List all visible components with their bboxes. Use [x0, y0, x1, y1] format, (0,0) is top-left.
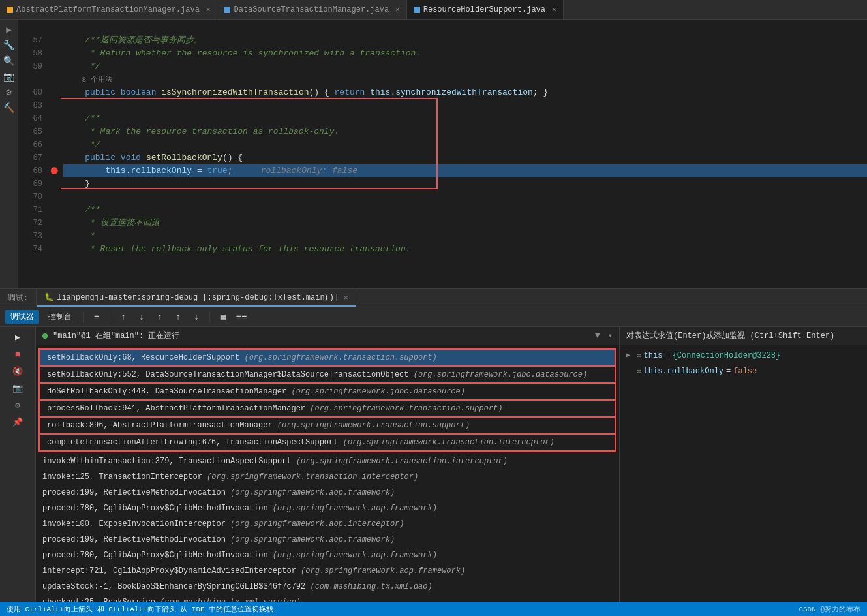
debugger-label: 调试器 — [10, 311, 34, 322]
tab-datasource[interactable]: DataSourceTransactionManager.java ✕ — [217, 0, 406, 19]
frame-item-12[interactable]: proceed:780, CglibAopProxy$CglibMethodIn… — [36, 547, 619, 563]
var-value-this: {ConnectionHolder@3228} — [673, 349, 781, 362]
code-line-64: /** — [63, 112, 867, 125]
frame-item-5[interactable]: completeTransactionAfterThrowing:676, Tr… — [40, 434, 615, 451]
tab-label-abstract: AbstractPlatformTransactionManager.java — [16, 5, 200, 14]
toolbar-sep2 — [110, 311, 110, 323]
watermark: CSDN @努力的布布 — [799, 604, 860, 614]
frame-item-15[interactable]: checkout:25, BookService (com.mashibing.… — [36, 594, 619, 602]
frame-item-2[interactable]: doSetRollbackOnly:448, DataSourceTransac… — [40, 383, 615, 400]
code-line-67: public void setRollbackOnly() { — [63, 151, 867, 164]
var-value-rollbackonly: false — [733, 365, 757, 378]
debugger-btn[interactable]: 调试器 — [5, 310, 39, 324]
code-line-70 — [63, 191, 867, 204]
tab-resource[interactable]: ResourceHolderSupport.java ✕ — [407, 0, 564, 19]
debug-tab-session[interactable]: 🐛 lianpengju-master:spring-debug [:sprin… — [37, 289, 356, 307]
code-line-56 — [63, 21, 867, 34]
code-line-usage: 8 个用法 — [63, 73, 867, 86]
frame-item-6[interactable]: invokeWithinTransaction:379, Transaction… — [36, 454, 619, 469]
frame-item-4[interactable]: rollback:896, AbstractPlatformTransactio… — [40, 417, 615, 434]
frame-item-0[interactable]: setRollbackOnly:68, ResourceHolderSuppor… — [40, 349, 615, 366]
var-name-this: this — [644, 349, 663, 362]
code-line-66: */ — [63, 138, 867, 151]
tab-icon-abstract — [7, 7, 13, 13]
filter-icon[interactable]: ▼ — [595, 331, 600, 341]
step-down2-btn[interactable]: ↓ — [189, 310, 204, 324]
tab-close-datasource[interactable]: ✕ — [395, 5, 400, 14]
status-bar: 使用 Ctrl+Alt+向上箭头 和 Ctrl+Alt+向下箭头 从 IDE 中… — [0, 602, 867, 616]
var-expand-rollback: ▶ — [626, 365, 634, 378]
tab-label-resource: ResourceHolderSupport.java — [423, 5, 545, 14]
code-line-72: * 设置连接不回滚 — [63, 217, 867, 230]
tab-label-datasource: DataSourceTransactionManager.java — [234, 5, 389, 14]
step-up2-btn[interactable]: ↑ — [171, 310, 185, 324]
code-line-60: public boolean isSynchronizedWithTransac… — [63, 86, 867, 99]
code-line-68: this.rollbackOnly = true; rollbackOnly: … — [63, 164, 867, 177]
tab-close-abstract[interactable]: ✕ — [206, 5, 211, 14]
debug-stop-icon[interactable]: ■ — [10, 347, 25, 362]
tab-icon-datasource — [224, 7, 230, 13]
filter-dropdown[interactable]: ▾ — [608, 331, 613, 341]
toolbar-sep3 — [209, 311, 210, 323]
more-options-btn[interactable]: ≡≡ — [234, 310, 249, 324]
toolbar-sep1 — [83, 311, 84, 323]
debug-settings-icon[interactable]: ⚙ — [10, 398, 25, 412]
main-area: ▶ 🔧 🔍 📷 ⚙ 🔨 57 58 59 60 63 64 65 66 67 6… — [0, 20, 867, 288]
variables-header: 对表达式求值(Enter)或添加监视 (Ctrl+Shift+Enter) — [620, 327, 867, 345]
var-item-this[interactable]: ▶ ∞ this = {ConnectionHolder@3228} — [620, 348, 867, 363]
code-editor: 57 58 59 60 63 64 65 66 67 68 69 70 71 7… — [18, 20, 867, 288]
grid-view-btn[interactable]: ▦ — [216, 310, 230, 324]
variables-header-label: 对表达式求值(Enter)或添加监视 (Ctrl+Shift+Enter) — [626, 330, 834, 341]
code-line-59: */ — [63, 60, 867, 73]
debug-pin-icon[interactable]: 📌 — [10, 415, 25, 429]
code-content: 57 58 59 60 63 64 65 66 67 68 69 70 71 7… — [18, 20, 867, 288]
variables-panel: 对表达式求值(Enter)或添加监视 (Ctrl+Shift+Enter) ▶ … — [619, 327, 867, 602]
frame-item-10[interactable]: invoke:100, ExposeInvocationInterceptor … — [36, 516, 619, 532]
frame-item-7[interactable]: invoke:125, TransactionInterceptor (org.… — [36, 469, 619, 485]
sidebar-icon-camera[interactable]: 📷 — [3, 70, 16, 83]
frame-item-13[interactable]: intercept:721, CglibAopProxy$DynamicAdvi… — [36, 563, 619, 579]
frame-item-8[interactable]: proceed:199, ReflectiveMethodInvocation … — [36, 485, 619, 501]
console-btn[interactable]: 控制台 — [43, 310, 77, 324]
frames-header-label: "main"@1 在组"main": 正在运行 — [53, 330, 179, 341]
frame-item-11[interactable]: proceed:199, ReflectiveMethodInvocation … — [36, 532, 619, 547]
step-into-btn[interactable]: ↓ — [134, 310, 149, 324]
code-line-57: /**返回资源是否与事务同步。 — [63, 34, 867, 47]
sidebar-icon-run[interactable]: ▶ — [3, 23, 16, 36]
console-label: 控制台 — [48, 311, 72, 322]
var-eq-this: = — [665, 349, 669, 362]
sidebar-icon-search[interactable]: 🔍 — [3, 54, 16, 67]
tab-icon-resource — [414, 7, 420, 13]
breakpoint-icon[interactable]: 🔴 — [48, 164, 61, 177]
debug-tab-close[interactable]: ✕ — [344, 294, 348, 301]
step-out-btn[interactable]: ↑ — [116, 310, 130, 324]
var-item-rollbackonly[interactable]: ▶ ∞ this.rollbackOnly = false — [620, 363, 867, 379]
menu-icon-btn[interactable]: ≡ — [89, 310, 104, 324]
frame-item-14[interactable]: updateStock:-1, BookDao$$EnhancerBySprin… — [36, 579, 619, 594]
sidebar-icon-debug[interactable]: 🔧 — [3, 38, 16, 52]
tab-abstract[interactable]: AbstractPlatformTransactionManager.java … — [0, 0, 217, 19]
status-text: 使用 Ctrl+Alt+向上箭头 和 Ctrl+Alt+向下箭头 从 IDE 中… — [7, 604, 273, 614]
frame-item-9[interactable]: proceed:780, CglibAopProxy$CglibMethodIn… — [36, 501, 619, 516]
var-oo-icon: ∞ — [637, 349, 641, 362]
debug-tab-bar: 调试: 🐛 lianpengju-master:spring-debug [:s… — [0, 289, 867, 307]
frames-list: setRollbackOnly:68, ResourceHolderSuppor… — [36, 345, 619, 602]
step-over-btn[interactable]: ↑ — [153, 310, 167, 324]
var-eq-rollbackonly: = — [726, 365, 731, 378]
debug-session-label: lianpengju-master:spring-debug [:spring-… — [57, 293, 339, 302]
debug-resume-icon[interactable]: ▶ — [10, 330, 25, 345]
code-line-73: * — [63, 230, 867, 243]
frame-item-1[interactable]: setRollbackOnly:552, DataSourceTransacti… — [40, 366, 615, 383]
code-line-71: /** — [63, 204, 867, 217]
debug-mute-icon[interactable]: 🔇 — [10, 364, 25, 378]
var-oo-icon2: ∞ — [637, 365, 641, 378]
sidebar-icon-wrench[interactable]: 🔨 — [3, 101, 16, 114]
debug-content: ▶ ■ 🔇 📷 ⚙ 📌 "main"@1 在组"main": 正在运行 ▼ ▾ … — [0, 327, 867, 602]
sidebar-icon-settings[interactable]: ⚙ — [3, 85, 16, 99]
tab-close-resource[interactable]: ✕ — [552, 5, 556, 14]
code-line-69: } — [63, 177, 867, 191]
code-line-65: * Mark the resource transaction as rollb… — [63, 125, 867, 138]
frame-item-3[interactable]: processRollback:941, AbstractPlatformTra… — [40, 400, 615, 417]
debug-camera-icon[interactable]: 📷 — [10, 381, 25, 395]
var-expand-this[interactable]: ▶ — [626, 349, 634, 362]
